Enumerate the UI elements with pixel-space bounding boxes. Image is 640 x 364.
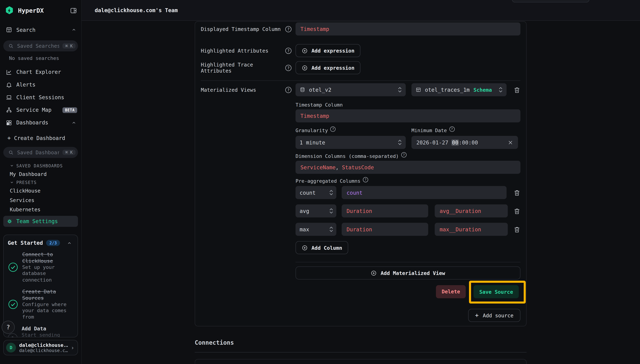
add-column-button[interactable]: Add Column [296,241,348,254]
help-icon[interactable]: ? [285,48,291,54]
sidebar-item-preset-kubernetes[interactable]: Kubernetes [3,205,78,214]
delete-column-button[interactable] [513,208,520,214]
save-source-button[interactable]: Save Source [474,285,519,298]
add-source-button[interactable]: + Add source [468,309,520,322]
sidebar-item-search[interactable]: Search [3,24,78,36]
input-value: Duration [346,208,372,214]
source-settings-panel: Displayed Timestamp Column ? Timestamp H… [195,21,527,326]
hyperdx-logo-icon [5,6,14,15]
button-label: Add expression [311,65,354,71]
check-circle-icon [8,300,18,309]
expression-input[interactable]: Duration [342,204,428,218]
sidebar-item-my-dashboard[interactable]: My Dashboard [3,169,78,178]
sidebar-item-label: Client Sessions [16,94,64,100]
help-icon[interactable]: ? [330,126,336,132]
saved-dashboards-search[interactable]: ⌘ K [3,147,78,158]
mv-table-select[interactable]: otel_traces_1m Schema [411,83,506,96]
sidebar-item-client-sessions[interactable]: Client Sessions [3,91,78,104]
divider [296,262,520,262]
dashboard-item-label: My Dashboard [10,171,47,177]
help-icon[interactable]: ? [285,26,291,32]
app-root: HyperDX Search ⌘ K [0,0,640,364]
aggregation-fn-select[interactable]: avg [296,204,336,218]
get-started-step-1[interactable]: Connect to ClickHouse Set up your databa… [8,251,73,283]
help-icon[interactable]: ? [285,87,291,93]
schema-link[interactable]: Schema [473,87,492,93]
select-value: otel_traces_1m [425,87,470,93]
dimension-value: ServiceName [301,164,336,170]
materialized-views-row: Materialized Views ? otel_v2 [201,83,520,96]
divider [201,80,520,81]
create-dashboard-button[interactable]: + Create Dashboard [3,132,78,144]
sidebar-item-alerts[interactable]: Alerts [3,78,78,91]
sidebar-item-label: Service Map [16,107,51,113]
sidebar-item-dashboards[interactable]: Dashboards [3,116,78,129]
delete-column-button[interactable] [513,189,520,196]
delete-column-button[interactable] [513,226,520,233]
user-menu[interactable]: D dale@clickhouse.… dale@clickhouse.c… › [3,340,78,356]
add-expression-button[interactable]: Add expression [296,44,361,57]
granularity-select[interactable]: 1 minute [296,136,406,149]
mv-database-select[interactable]: otel_v2 [296,83,406,96]
gear-icon [7,218,13,224]
get-started-step-2[interactable]: Create Data Sources Configure where your… [8,288,73,320]
minimum-date-input[interactable]: 2026-01-27 00 :00:00 [411,136,518,149]
group-label: SAVED DASHBOARDS [16,163,63,168]
saved-searches-search[interactable]: ⌘ K [3,40,78,52]
get-started-header[interactable]: Get Started 2/3 [8,240,73,246]
alias-input[interactable]: max__Duration [435,223,508,236]
aggregation-fn-select[interactable]: count [296,186,336,199]
expression-input[interactable]: count [342,186,506,199]
sidebar-item-label: Search [16,27,36,33]
connections-panel [195,359,527,364]
plus-icon: + [7,134,11,141]
displayed-timestamp-row: Displayed Timestamp Column ? Timestamp [201,22,520,36]
get-started-step-3[interactable]: 3 Add Data Start sending logs, metrics, … [8,326,73,337]
plus-icon: + [475,312,479,319]
group-presets[interactable]: PRESETS [3,179,78,186]
sidebar-item-label: Dashboards [16,120,48,126]
select-value: max [300,226,309,232]
sidebar-item-preset-clickhouse[interactable]: ClickHouse [3,186,78,196]
button-label: Add Column [311,244,342,251]
beta-badge: BETA [63,107,77,113]
sidebar-item-service-map[interactable]: Service Map BETA [3,104,78,116]
expression-input[interactable]: Duration [342,223,428,236]
select-chevrons-icon [398,140,402,145]
sidebar-item-chart-explorer[interactable]: Chart Explorer [3,66,78,78]
group-saved-dashboards[interactable]: SAVED DASHBOARDS [3,162,78,169]
annotation-highlight: Save Source [469,281,526,304]
aggregation-fn-select[interactable]: max [296,223,336,236]
delete-source-button[interactable]: Delete [436,285,466,298]
help-button[interactable]: ? [2,321,15,334]
delete-view-button[interactable] [513,86,520,93]
laptop-icon [6,94,12,101]
select-chevrons-icon [398,87,402,92]
displayed-timestamp-input[interactable]: Timestamp [296,22,520,36]
chevron-right-icon: › [71,344,74,351]
dimension-columns-input[interactable]: ServiceName, StatusCode [296,161,520,174]
saved-searches-input[interactable] [17,43,59,49]
add-source-row: + Add source [201,309,520,322]
help-icon[interactable]: ? [363,177,368,182]
input-value: Timestamp [301,26,329,32]
sidebar-collapse-icon[interactable] [70,7,77,14]
help-icon[interactable]: ? [449,126,455,132]
saved-dashboards-input[interactable] [17,149,59,155]
team-settings-label: Team Settings [16,218,58,224]
avatar: D [6,343,16,352]
form-actions: Delete Save Source [201,280,520,304]
help-icon[interactable]: ? [285,65,291,71]
sidebar-item-team-settings[interactable]: Team Settings [3,216,78,227]
step-subtitle: Configure where your data comes from [22,302,73,320]
sidebar-item-preset-services[interactable]: Services [3,196,78,205]
clear-date-icon[interactable] [508,140,513,145]
timestamp-column-label: Timestamp Column [296,102,520,108]
alias-input[interactable]: avg__Duration [435,204,508,218]
add-materialized-view-button[interactable]: Add Materialized View [296,266,520,280]
mv-timestamp-input[interactable]: Timestamp [296,110,520,122]
step-title: Create Data Sources [22,288,73,302]
help-icon[interactable]: ? [401,152,407,158]
sidebar-item-label: Alerts [16,82,36,88]
add-expression-button[interactable]: Add expression [296,61,361,74]
